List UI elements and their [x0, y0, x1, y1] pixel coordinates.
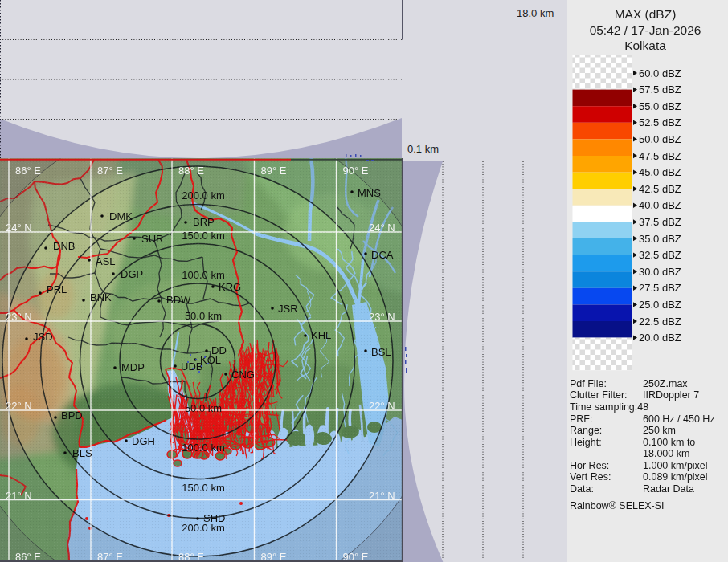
svg-text:DMK: DMK: [109, 210, 133, 222]
svg-text:BLS: BLS: [72, 447, 92, 459]
svg-text:50.0 km: 50.0 km: [185, 402, 222, 414]
svg-text:Height:: Height:: [570, 437, 602, 448]
svg-text:PRF:: PRF:: [570, 413, 592, 425]
svg-text:600 Hz / 450 Hz: 600 Hz / 450 Hz: [643, 413, 715, 425]
svg-text:90° E: 90° E: [343, 165, 369, 177]
svg-text:30.0 dBZ: 30.0 dBZ: [639, 266, 681, 278]
svg-text:200.0 km: 200.0 km: [182, 189, 224, 202]
svg-text:89° E: 89° E: [261, 165, 287, 177]
svg-text:42.5 dBZ: 42.5 dBZ: [639, 183, 681, 195]
svg-text:DNB: DNB: [53, 240, 75, 252]
svg-text:MAX (dBZ): MAX (dBZ): [615, 7, 677, 21]
svg-text:45.0 dBZ: 45.0 dBZ: [639, 166, 681, 178]
svg-text:60.0 dBZ: 60.0 dBZ: [639, 67, 681, 79]
svg-text:22° N: 22° N: [369, 400, 395, 412]
svg-text:52.5 dBZ: 52.5 dBZ: [639, 116, 681, 128]
svg-text:DGH: DGH: [132, 435, 155, 447]
svg-text:Vert Res:: Vert Res:: [570, 471, 611, 483]
svg-text:86° E: 86° E: [15, 165, 41, 177]
svg-text:05:42 / 17-Jan-2026: 05:42 / 17-Jan-2026: [590, 23, 701, 37]
svg-text:PRL: PRL: [47, 283, 67, 295]
svg-text:0.089 km/pixel: 0.089 km/pixel: [643, 471, 708, 483]
svg-text:Data:: Data:: [570, 483, 594, 495]
svg-text:32.5 dBZ: 32.5 dBZ: [639, 249, 681, 261]
svg-text:BDW: BDW: [166, 294, 191, 306]
svg-text:Clutter Filter:: Clutter Filter:: [570, 389, 628, 401]
svg-text:Radar Data: Radar Data: [643, 483, 694, 495]
svg-text:55.0 dBZ: 55.0 dBZ: [639, 100, 681, 112]
svg-text:KHL: KHL: [311, 329, 331, 341]
svg-text:0.1 km: 0.1 km: [407, 143, 439, 155]
svg-text:20.0 dBZ: 20.0 dBZ: [639, 332, 681, 344]
svg-text:CNG: CNG: [231, 369, 255, 381]
svg-text:22.5 dBZ: 22.5 dBZ: [639, 316, 681, 328]
svg-text:23° N: 23° N: [369, 311, 395, 323]
svg-text:35.0 dBZ: 35.0 dBZ: [639, 233, 681, 245]
svg-text:150.0 km: 150.0 km: [182, 482, 224, 494]
svg-text:SUR: SUR: [141, 233, 163, 245]
svg-text:KOL: KOL: [200, 354, 221, 366]
svg-text:57.5 dBZ: 57.5 dBZ: [639, 83, 681, 96]
svg-text:ASL: ASL: [96, 255, 116, 267]
svg-text:27.5 dBZ: 27.5 dBZ: [639, 282, 681, 294]
svg-text:Hor Res:: Hor Res:: [570, 460, 609, 471]
svg-text:88° E: 88° E: [178, 165, 204, 177]
svg-text:50.0 km: 50.0 km: [185, 310, 222, 322]
svg-text:24° N: 24° N: [6, 222, 32, 234]
svg-text:Kolkata: Kolkata: [624, 39, 666, 52]
svg-text:BNK: BNK: [90, 291, 112, 303]
svg-text:KRG: KRG: [219, 281, 241, 293]
svg-text:IIRDoppler 7: IIRDoppler 7: [643, 389, 699, 401]
svg-text:DCA: DCA: [371, 249, 394, 261]
svg-text:40.0 dBZ: 40.0 dBZ: [639, 199, 681, 211]
svg-text:25.0 dBZ: 25.0 dBZ: [639, 299, 681, 311]
svg-text:250 km: 250 km: [643, 425, 676, 436]
svg-text:87° E: 87° E: [97, 165, 123, 177]
svg-text:22° N: 22° N: [6, 400, 32, 412]
svg-text:MNS: MNS: [358, 187, 381, 199]
svg-text:JSD: JSD: [33, 331, 53, 343]
svg-text:50.0 dBZ: 50.0 dBZ: [639, 133, 681, 145]
svg-text:UDB: UDB: [181, 360, 202, 373]
svg-text:21° N: 21° N: [369, 490, 395, 502]
svg-text:21° N: 21° N: [6, 490, 32, 502]
svg-text:100.0 km: 100.0 km: [182, 269, 224, 281]
svg-text:150.0 km: 150.0 km: [182, 230, 224, 242]
svg-text:47.5 dBZ: 47.5 dBZ: [639, 150, 681, 162]
svg-text:BPD: BPD: [61, 409, 83, 422]
svg-text:Pdf File:: Pdf File:: [570, 378, 607, 389]
svg-text:Time sampling:48: Time sampling:48: [570, 401, 648, 413]
svg-text:18.0 km: 18.0 km: [517, 7, 554, 19]
svg-text:BSL: BSL: [371, 346, 391, 358]
svg-text:BRP: BRP: [193, 216, 215, 228]
svg-text:MDP: MDP: [121, 361, 145, 373]
svg-text:SHD: SHD: [203, 512, 225, 524]
svg-text:Rainbow® SELEX-SI: Rainbow® SELEX-SI: [570, 500, 665, 511]
svg-text:23° N: 23° N: [6, 311, 32, 323]
svg-text:0.100 km to: 0.100 km to: [643, 437, 695, 448]
svg-text:JSR: JSR: [278, 303, 298, 315]
svg-text:250Z.max: 250Z.max: [643, 378, 688, 389]
svg-text:24° N: 24° N: [369, 222, 395, 234]
svg-text:DGP: DGP: [121, 268, 143, 280]
svg-text:37.5 dBZ: 37.5 dBZ: [639, 216, 681, 228]
svg-text:100.0 km: 100.0 km: [182, 442, 224, 454]
svg-text:1.000 km/pixel: 1.000 km/pixel: [643, 460, 708, 471]
svg-text:Range:: Range:: [570, 425, 602, 436]
svg-text:18.000 km: 18.000 km: [643, 448, 689, 459]
